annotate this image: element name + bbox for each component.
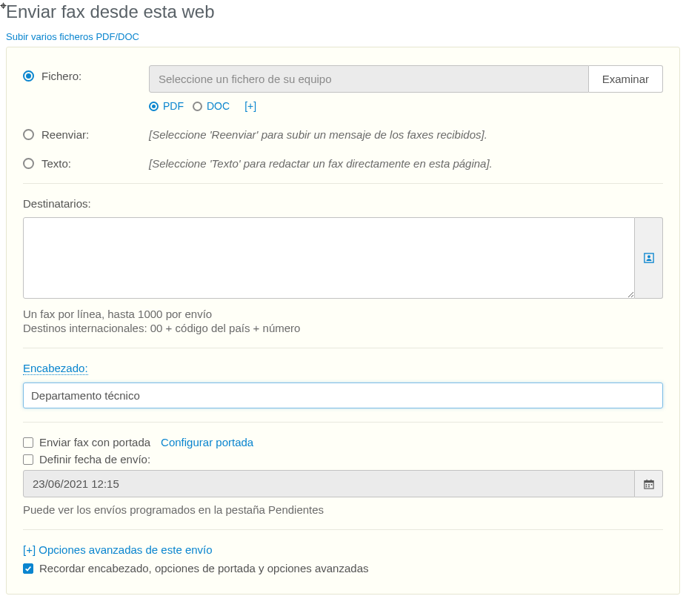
upload-multiple-link[interactable]: Subir varios ficheros PDF/DOC — [0, 24, 686, 42]
divider — [23, 183, 663, 184]
send-fax-form: Fichero: Seleccione un fichero de su equ… — [6, 47, 680, 595]
divider — [23, 348, 663, 348]
check-icon — [24, 565, 32, 572]
header-input[interactable] — [23, 382, 663, 408]
recipients-label: Destinatarios: — [23, 197, 663, 210]
source-text-row: Texto: [Seleccione 'Texto' para redactar… — [23, 153, 663, 170]
source-file-row: Fichero: Seleccione un fichero de su equ… — [23, 65, 663, 112]
remember-label: Recordar encabezado, opciones de portada… — [39, 562, 368, 574]
cursor-icon: ⌖ — [0, 0, 7, 12]
schedule-label: Definir fecha de envío: — [39, 453, 150, 466]
filetype-pdf-radio[interactable]: PDF — [149, 100, 184, 112]
page-title: Enviar fax desde esta web — [0, 0, 686, 24]
filetype-pdf-label: PDF — [163, 100, 184, 112]
svg-rect-3 — [644, 480, 653, 483]
source-resend-row: Reenviar: [Seleccione 'Reenviar' para su… — [23, 124, 663, 141]
cover-checkbox[interactable] — [23, 437, 33, 448]
filetype-doc-label: DOC — [207, 100, 230, 112]
recipients-note: Un fax por línea, hasta 1000 por envío D… — [23, 308, 663, 334]
radio-unselected-icon — [23, 158, 34, 169]
text-hint: [Seleccione 'Texto' para redactar un fax… — [149, 153, 663, 170]
advanced-options-toggle[interactable]: [+] Opciones avanzadas de este envío — [23, 543, 213, 556]
recipients-textarea[interactable] — [23, 217, 635, 299]
remember-checkbox[interactable] — [23, 563, 33, 574]
divider — [23, 422, 663, 423]
source-text-label: Texto: — [41, 157, 71, 170]
cover-label: Enviar fax con portada — [39, 436, 150, 448]
contacts-button[interactable] — [635, 217, 663, 299]
schedule-checkbox[interactable] — [23, 454, 33, 465]
svg-point-1 — [647, 255, 650, 258]
file-path-input[interactable]: Seleccione un fichero de su equipo — [149, 65, 589, 93]
radio-selected-icon — [23, 70, 34, 82]
filetype-doc-radio[interactable]: DOC — [193, 100, 230, 112]
schedule-note: Puede ver los envíos programados en la p… — [23, 503, 663, 516]
calendar-button[interactable] — [635, 470, 663, 497]
source-file-radio[interactable]: Fichero: — [23, 65, 149, 82]
schedule-date-input[interactable]: 23/06/2021 12:15 — [23, 470, 635, 497]
source-text-radio[interactable]: Texto: — [23, 153, 149, 170]
add-filetype-link[interactable]: [+] — [244, 100, 256, 112]
svg-rect-4 — [646, 479, 647, 481]
address-book-icon — [644, 253, 654, 263]
source-file-label: Fichero: — [41, 70, 81, 82]
svg-rect-6 — [645, 484, 647, 486]
svg-rect-8 — [650, 484, 652, 486]
source-resend-radio[interactable]: Reenviar: — [23, 124, 149, 141]
radio-unselected-icon — [23, 129, 34, 140]
svg-rect-5 — [650, 479, 651, 481]
radio-selected-icon — [149, 102, 159, 111]
radio-unselected-icon — [193, 102, 202, 111]
svg-rect-10 — [648, 486, 650, 487]
browse-button[interactable]: Examinar — [589, 65, 663, 93]
svg-rect-9 — [645, 486, 647, 487]
calendar-icon — [644, 479, 654, 489]
source-resend-label: Reenviar: — [41, 128, 89, 141]
header-label[interactable]: Encabezado: — [23, 362, 88, 375]
divider — [23, 529, 663, 530]
configure-cover-link[interactable]: Configurar portada — [161, 436, 253, 448]
svg-rect-7 — [648, 484, 650, 486]
resend-hint: [Seleccione 'Reenviar' para subir un men… — [149, 124, 663, 141]
